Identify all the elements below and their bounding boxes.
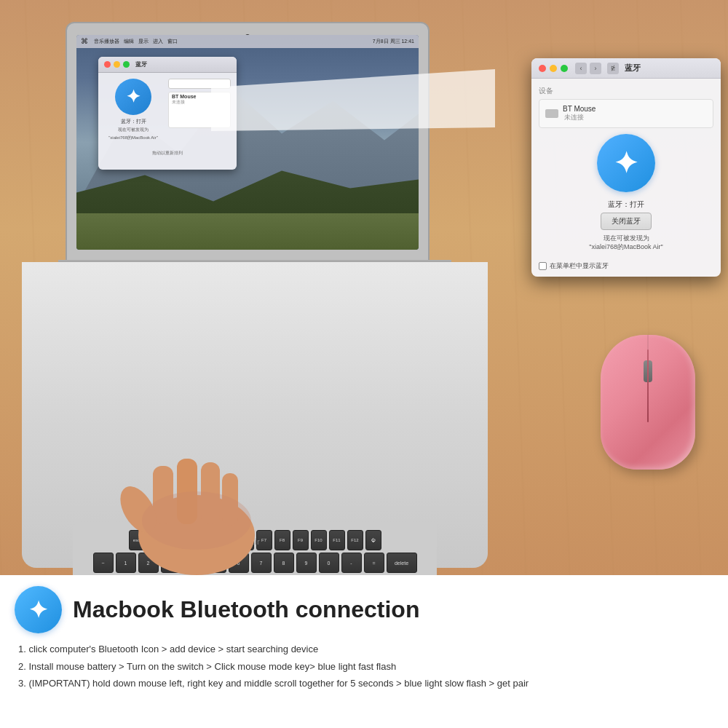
screen-ground xyxy=(76,213,419,250)
panel-bt-symbol: ✦ xyxy=(614,146,638,181)
key-f10: F10 xyxy=(311,530,327,550)
dialog-left: ✦ 蓝牙：打开 现在可被发现为 "xialei768的MacBook Air" xyxy=(104,79,162,141)
dialog-dots xyxy=(104,61,130,68)
panel-device-name: BT Mouse xyxy=(563,105,596,113)
panel-discover-text1: 现在可被发现为 xyxy=(604,234,649,243)
key-pwr: ⏻ xyxy=(365,530,381,550)
dialog-title: 蓝牙 xyxy=(135,60,147,68)
panel-checkbox[interactable] xyxy=(539,262,547,270)
hand-svg xyxy=(113,422,280,575)
bluetooth-dialog-screen: 蓝牙 ✦ 蓝牙：打开 现在可被发现为 "xialei768的MacBook Ai… xyxy=(98,57,237,170)
key-equal: = xyxy=(364,553,384,573)
close-dot xyxy=(104,61,111,68)
dialog-body: ✦ 蓝牙：打开 现在可被发现为 "xialei768的MacBook Air" … xyxy=(98,73,237,147)
panel-bt-status: 蓝牙：打开 xyxy=(608,199,644,210)
bt-icon-small: ✦ xyxy=(115,79,151,115)
instruction-1-content: click computer's Bluetooth Icon > add de… xyxy=(28,644,318,654)
instruction-2-text: 2. xyxy=(18,661,26,672)
product-image-area: ⌘ 音乐播放器编辑显示进入窗口 7月8日 周三 12:41 xyxy=(0,0,728,575)
bt-icon-large: ✦ xyxy=(15,586,62,633)
key-del: delete xyxy=(387,553,417,573)
instruction-3-content: (IMPORTANT) hold down mouse left, right … xyxy=(28,678,529,689)
key-f9: F9 xyxy=(293,530,309,550)
devices-section-label: 设备 xyxy=(539,86,713,96)
device-row: BT Mouse 未连接 xyxy=(545,103,707,124)
panel-nav: ‹ › xyxy=(575,63,601,74)
key-f11: F11 xyxy=(329,530,345,550)
bt-label: 蓝牙：打开 xyxy=(121,118,146,125)
maximize-dot xyxy=(123,61,130,68)
mac-menubar: ⌘ 音乐播放器编辑显示进入窗口 7月8日 周三 12:41 xyxy=(76,35,419,48)
devices-section: BT Mouse 未连接 xyxy=(539,99,713,128)
device-icon xyxy=(545,109,558,118)
panel-maximize-dot xyxy=(561,65,568,72)
dialog-right: BT Mouse 未连接 xyxy=(168,79,231,141)
dialog-device-row: BT Mouse 未连接 xyxy=(168,92,231,128)
bt-toggle-button[interactable]: 关闭蓝牙 xyxy=(601,213,652,230)
mouse-image xyxy=(601,335,703,480)
bt-large-symbol: ✦ xyxy=(28,596,48,624)
menu-items: 音乐播放器编辑显示进入窗口 xyxy=(94,38,178,45)
laptop-screen: ⌘ 音乐播放器编辑显示进入窗口 7月8日 周三 12:41 xyxy=(76,35,419,250)
instruction-3-text: 3. xyxy=(18,678,26,689)
panel-title: 蓝牙 xyxy=(625,63,641,74)
nav-forward-icon: › xyxy=(590,63,601,74)
bluetooth-panel-large: ‹ › ⋭ 蓝牙 设备 BT Mouse 未连接 ✦ 蓝牙：打开 关 xyxy=(531,58,721,277)
instruction-1-text: 1. xyxy=(18,644,26,654)
panel-footer: 在菜单栏中显示蓝牙 xyxy=(539,261,713,271)
bottom-header: ✦ Macbook Bluetooth connection xyxy=(15,586,713,633)
laptop-screen-frame: ⌘ 音乐播放器编辑显示进入窗口 7月8日 周三 12:41 xyxy=(66,22,430,262)
instruction-2-content: Install mouse battery > Turn on the swit… xyxy=(28,661,396,672)
dialog-titlebar: 蓝牙 xyxy=(98,57,237,73)
panel-device-status: 未连接 xyxy=(564,113,596,122)
dialog-search xyxy=(168,79,231,89)
panel-footer-text: 在菜单栏中显示蓝牙 xyxy=(550,261,609,271)
key-9: 9 xyxy=(296,553,317,573)
key-tilde: ~ xyxy=(93,553,114,573)
panel-minimize-dot xyxy=(550,65,557,72)
panel-bt-icon: ✦ xyxy=(597,134,655,192)
key-f12: F12 xyxy=(347,530,363,550)
instruction-3: 3. (IMPORTANT) hold down mouse left, rig… xyxy=(18,676,713,691)
bt-discover1: 现在可被发现为 xyxy=(118,127,149,133)
instructions-list: 1. click computer's Bluetooth Icon > add… xyxy=(15,642,713,691)
panel-close-dot xyxy=(539,65,546,72)
mouse-center-line xyxy=(647,349,649,422)
page-title: Macbook Bluetooth connection xyxy=(73,596,419,623)
device-name: BT Mouse xyxy=(172,94,227,99)
panel-dots xyxy=(539,65,568,72)
key-0: 0 xyxy=(319,553,339,573)
instruction-2: 2. Install mouse battery > Turn on the s… xyxy=(18,660,713,674)
panel-titlebar: ‹ › ⋭ 蓝牙 xyxy=(531,58,721,79)
instruction-1: 1. click computer's Bluetooth Icon > add… xyxy=(18,642,713,657)
minimize-dot xyxy=(114,61,120,68)
mouse-body xyxy=(601,335,695,470)
menu-right: 7月8日 周三 12:41 xyxy=(373,38,414,45)
panel-body: 设备 BT Mouse 未连接 ✦ 蓝牙：打开 关闭蓝牙 现在可被发现为 "xi… xyxy=(531,79,721,258)
bt-discover2: "xialei768的MacBook Air" xyxy=(108,135,158,141)
panel-discover-text2: "xialei768的MacBook Air" xyxy=(589,243,662,252)
device-status: 未连接 xyxy=(172,99,227,106)
nav-back-icon: ‹ xyxy=(575,63,587,74)
hand-image xyxy=(113,422,280,575)
palm-shading xyxy=(142,491,251,550)
grid-icon: ⋭ xyxy=(607,63,619,74)
apple-menu: ⌘ xyxy=(81,37,88,45)
dialog-footer: 拖动以重新排列 xyxy=(98,147,237,159)
key-minus: - xyxy=(341,553,362,573)
instructions-section: ✦ Macbook Bluetooth connection 1. click … xyxy=(0,575,728,728)
